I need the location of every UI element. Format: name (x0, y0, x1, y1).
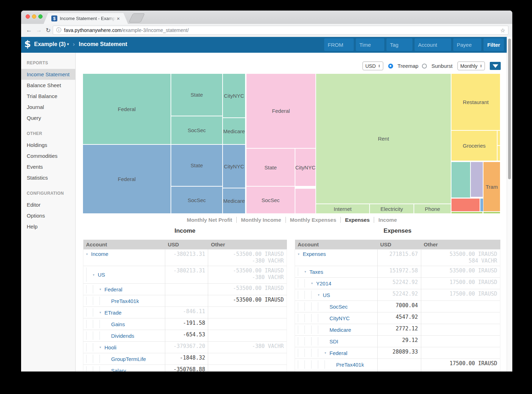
sidebar-item-editor[interactable]: Editor (21, 199, 75, 210)
treemap-tile-state[interactable]: State (171, 145, 222, 186)
account-link[interactable]: SocSec (329, 304, 348, 310)
treemap-tile-state[interactable]: State (246, 149, 295, 186)
treemap-tile-unlabeled[interactable] (483, 212, 500, 213)
reload-icon[interactable]: ↻ (46, 27, 51, 34)
treemap-radio[interactable] (388, 64, 393, 69)
sidebar-item-help[interactable]: Help (21, 221, 75, 232)
filter-input-from[interactable] (324, 38, 354, 51)
caret-icon[interactable]: ▾ (311, 282, 316, 285)
treemap-tile-unlabeled[interactable] (471, 162, 483, 197)
currency-select[interactable]: USD ▲▼ (363, 62, 383, 70)
sidebar-item-statistics[interactable]: Statistics (21, 172, 75, 183)
caret-icon[interactable]: ▾ (93, 273, 98, 277)
account-link[interactable]: Expenses (303, 251, 326, 257)
sidebar-item-balance-sheet[interactable]: Balance Sheet (21, 80, 75, 91)
treemap-tile-federal[interactable]: Federal (83, 145, 171, 213)
account-link[interactable]: Dividends (111, 333, 134, 339)
treemap-tile-medicare[interactable]: Medicare (223, 188, 245, 213)
treemap-tile-tram[interactable]: Tram (483, 162, 500, 211)
account-link[interactable]: PreTax401k (336, 362, 364, 368)
treemap-tile-unlabeled[interactable] (498, 131, 500, 145)
treemap-tile-socsec[interactable]: SocSec (246, 187, 295, 213)
chart-link-expenses[interactable]: Expenses (341, 217, 374, 223)
close-window-icon[interactable] (26, 14, 30, 19)
treemap-tile-unlabeled[interactable] (295, 189, 315, 213)
treemap-tile-unlabeled[interactable] (451, 199, 480, 211)
account-link[interactable]: US (98, 272, 105, 278)
sidebar-item-income-statement[interactable]: Income Statement (21, 69, 75, 80)
caret-icon[interactable]: ▾ (100, 288, 104, 291)
account-link[interactable]: Income (91, 251, 108, 257)
treemap-tile-citynyc[interactable]: CityNYC (223, 145, 245, 188)
account-link[interactable]: ETrade (104, 310, 122, 316)
caret-icon[interactable]: ▾ (305, 270, 309, 273)
account-link[interactable]: Y2014 (316, 280, 331, 286)
caret-icon[interactable]: ▾ (100, 345, 104, 349)
minimize-window-icon[interactable] (32, 14, 36, 19)
account-link[interactable]: PreTax401k (111, 298, 139, 304)
chart-link-monthly-expenses[interactable]: Monthly Expenses (286, 217, 341, 223)
treemap-tile-phone[interactable]: Phone (414, 204, 451, 213)
new-tab-button[interactable] (129, 13, 145, 22)
treemap-tile-federal[interactable]: Federal (83, 74, 171, 144)
export-button[interactable] (490, 62, 501, 70)
tab-close-icon[interactable]: × (117, 15, 120, 21)
filter-input-account[interactable] (415, 38, 451, 51)
treemap-tile-unlabeled[interactable] (498, 146, 500, 161)
account-link[interactable]: US (323, 292, 330, 298)
interval-select[interactable]: Monthly ▲▼ (457, 62, 485, 70)
site-info-icon[interactable]: ⓘ (56, 27, 61, 33)
treemap-tile-federal[interactable]: Federal (246, 74, 315, 148)
chart-link-income[interactable]: Income (374, 217, 401, 223)
caret-icon[interactable]: ▾ (86, 252, 91, 256)
treemap-tile-socsec[interactable]: SocSec (171, 116, 222, 144)
back-icon[interactable]: ← (26, 27, 32, 34)
chart-link-monthly-net-profit[interactable]: Monthly Net Profit (182, 217, 237, 223)
treemap-tile-groceries[interactable]: Groceries (451, 131, 497, 161)
treemap-tile-socsec[interactable]: SocSec (171, 187, 222, 213)
filter-input-payee[interactable] (453, 38, 481, 51)
treemap-tile-unlabeled[interactable] (451, 162, 470, 198)
treemap-tile-medicare[interactable]: Medicare (223, 118, 245, 144)
sidebar-item-holdings[interactable]: Holdings (21, 140, 75, 150)
filter-button[interactable]: Filter (483, 38, 504, 51)
account-link[interactable]: Federal (104, 286, 122, 292)
account-link[interactable]: Federal (329, 350, 347, 356)
caret-icon[interactable]: ▾ (318, 293, 323, 297)
bookmark-star-icon[interactable]: ☆ (500, 27, 505, 34)
zoom-window-icon[interactable] (38, 14, 43, 19)
treemap-tile-state[interactable]: State (171, 74, 222, 116)
caret-icon[interactable]: ▾ (100, 311, 104, 314)
account-link[interactable]: Hooli (104, 344, 116, 350)
treemap-tile-citynyc[interactable]: CityNYC (223, 74, 245, 117)
sidebar-item-query[interactable]: Query (21, 112, 75, 123)
treemap-tile-unlabeled[interactable] (480, 199, 483, 211)
account-link[interactable]: Salary (111, 368, 126, 372)
sidebar-item-events[interactable]: Events (21, 161, 75, 172)
chart-link-monthly-income[interactable]: Monthly Income (237, 217, 286, 223)
treemap-radio-label[interactable]: Treemap (398, 63, 418, 69)
scrollbar-thumb[interactable] (508, 39, 511, 179)
filter-input-time[interactable] (356, 38, 384, 51)
treemap-tile-restaurant[interactable]: Restaurant (451, 74, 500, 130)
fava-logo-icon[interactable]: $ (24, 38, 31, 49)
sidebar-item-commodities[interactable]: Commodities (21, 150, 75, 161)
sidebar-item-journal[interactable]: Journal (21, 102, 75, 112)
treemap-tile-citynyc[interactable]: CityNYC (295, 149, 315, 186)
filter-input-tag[interactable] (386, 38, 412, 51)
account-link[interactable]: GroupTermLife (111, 356, 146, 362)
ledger-selector[interactable]: Example (3)▾ (34, 41, 69, 47)
browser-tab[interactable]: $ Income Statement - Example (3 × (44, 13, 128, 24)
account-link[interactable]: SDI (329, 338, 338, 344)
caret-icon[interactable]: ▾ (298, 252, 303, 256)
treemap-tile-electricity[interactable]: Electricity (370, 204, 414, 213)
sidebar-item-trial-balance[interactable]: Trial Balance (21, 91, 75, 102)
address-field[interactable]: ⓘ fava.pythonanywhere.com/example-3/inco… (53, 26, 508, 35)
page-scrollbar[interactable] (507, 37, 512, 372)
account-link[interactable]: Gains (111, 321, 125, 327)
account-link[interactable]: Medicare (329, 327, 351, 333)
sidebar-item-options[interactable]: Options (21, 210, 75, 221)
treemap-tile-unlabeled[interactable] (451, 212, 482, 213)
sunburst-radio[interactable] (422, 64, 427, 69)
account-link[interactable]: Taxes (309, 269, 323, 275)
